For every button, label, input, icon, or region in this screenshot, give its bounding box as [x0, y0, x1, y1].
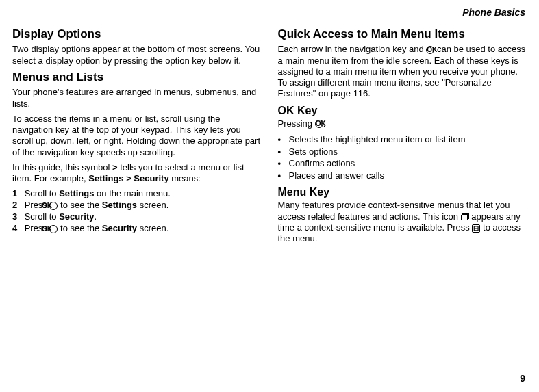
paragraph: Pressing OK: [278, 118, 527, 129]
menu-name: Settings [102, 200, 137, 210]
paragraph: Each arrow in the navigation key and OK … [278, 44, 527, 99]
heading-menus-lists: Menus and Lists [12, 70, 262, 84]
menu-stack-icon [461, 213, 469, 220]
menu-name: Settings [59, 188, 94, 198]
text: means: [169, 173, 201, 183]
right-column: Quick Access to Main Menu Items Each arr… [278, 23, 527, 248]
heading-menu-key: Menu Key [278, 185, 527, 198]
bullet-list: Selects the highlighted menu item or lis… [278, 133, 527, 181]
paragraph: In this guide, this symbol > tells you t… [12, 162, 262, 185]
chapter-title: Phone Basics [12, 7, 527, 18]
heading-quick-access: Quick Access to Main Menu Items [278, 27, 527, 41]
ok-key-icon: OK [49, 225, 58, 233]
heading-ok-key: OK Key [278, 104, 527, 117]
page-number: 9 [520, 373, 525, 384]
symbol-greater-than: > [112, 162, 118, 172]
paragraph: Your phone's features are arranged in me… [12, 87, 262, 109]
paragraph: Many features provide context-sensitive … [278, 200, 527, 244]
two-column-layout: Display Options Two display options appe… [12, 23, 527, 248]
list-item: Selects the highlighted menu item or lis… [278, 133, 527, 146]
text: to see the [58, 223, 101, 233]
list-item: Places and answer calls [278, 170, 527, 182]
numbered-steps: 1 Scroll to Settings on the main menu. 2… [12, 188, 262, 235]
text: : [323, 118, 326, 129]
left-column: Display Options Two display options appe… [12, 23, 262, 248]
paragraph: Two display options appear at the bottom… [12, 44, 262, 66]
heading-display-options: Display Options [12, 27, 262, 41]
text: Scroll to [25, 188, 60, 198]
text: Scroll to [25, 211, 60, 222]
step-4: 4 Press OK to see the Security screen. [12, 223, 262, 235]
menu-name: Security [59, 211, 94, 222]
text: Each arrow in the navigation key and [278, 44, 427, 54]
menu-name: Security [102, 223, 137, 233]
text: Pressing [278, 118, 315, 129]
list-item: Confirms actions [278, 157, 527, 170]
step-2: 2 Press OK to see the Settings screen. [12, 200, 262, 211]
ok-key-icon: OK [426, 46, 434, 54]
list-item: Sets options [278, 146, 527, 158]
menu-key-icon: ⊟ [472, 224, 480, 233]
step-1: 1 Scroll to Settings on the main menu. [12, 188, 262, 200]
text: screen. [137, 223, 168, 233]
text: screen. [137, 200, 168, 210]
ok-key-icon: OK [49, 202, 58, 210]
step-3: 3 Scroll to Security. [12, 211, 262, 223]
text: to see the [58, 200, 101, 210]
text: on the main menu. [95, 188, 171, 198]
example-path: Settings > Security [88, 173, 168, 183]
text: In this guide, this symbol [12, 162, 112, 172]
ok-key-icon: OK [315, 120, 323, 128]
text: . [95, 211, 97, 222]
paragraph: To access the items in a menu or list, s… [12, 114, 262, 158]
